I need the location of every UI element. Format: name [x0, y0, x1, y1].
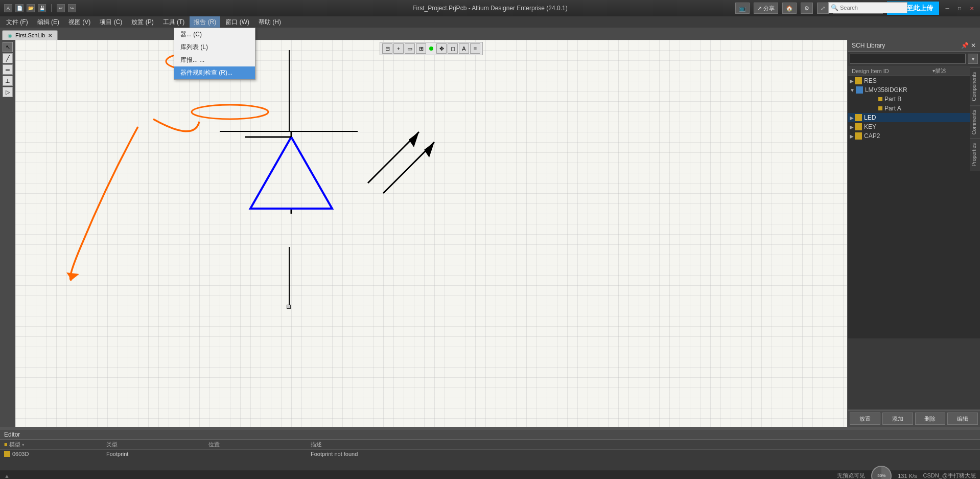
ft-erase[interactable]: ◻: [448, 43, 458, 54]
ft-move[interactable]: ✥: [436, 43, 447, 54]
menu-file[interactable]: 文件 (F): [2, 16, 32, 28]
lmv358-expand-icon: ▼: [850, 87, 855, 93]
side-tab-properties[interactable]: Properties: [970, 139, 980, 171]
svg-marker-8: [424, 142, 434, 157]
menu-edit[interactable]: 编辑 (E): [33, 16, 63, 28]
ft-filter[interactable]: ⊟: [382, 43, 392, 54]
tree-item-key[interactable]: ▶ KEY: [848, 122, 980, 131]
key-label: KEY: [864, 123, 876, 130]
toolbar-bus[interactable]: ═: [3, 64, 13, 75]
zoom-area: 50%: [871, 466, 892, 480]
status-visibility: 无预览可见: [837, 472, 865, 479]
toolbar-net[interactable]: ⊥: [3, 76, 13, 86]
svg-marker-6: [409, 132, 419, 147]
menu-tools[interactable]: 工具 (T): [159, 16, 189, 28]
menubar: 文件 (F) 编辑 (E) 视图 (V) 项目 (C) 放置 (P) 工具 (T…: [0, 16, 980, 28]
tree-item-lmv358[interactable]: ▼ LMV358IDGKR: [848, 85, 980, 95]
toolbar-select[interactable]: ↖: [3, 42, 13, 52]
settings-btn[interactable]: ⚙: [801, 3, 813, 14]
editor-col-model: ■ 模型 ▾: [4, 441, 106, 448]
side-tab-components[interactable]: Components: [970, 67, 980, 105]
right-side-tabs: Components Comments Properties: [970, 67, 980, 171]
monitor-btn[interactable]: 📺: [735, 3, 750, 14]
ft-add[interactable]: +: [393, 43, 404, 54]
zoom-circle[interactable]: 50%: [871, 466, 892, 480]
minimize-btn[interactable]: ─: [943, 4, 951, 12]
close-btn[interactable]: ✕: [968, 4, 976, 12]
window-title: First_Project.PrjPcb - Altium Designer E…: [412, 5, 567, 12]
menu-help[interactable]: 帮助 (H): [254, 16, 285, 28]
float-toolbar: ⊟ + ▭ ⊞ ✥ ◻ A ≡: [380, 42, 483, 55]
lmv358-comp-icon: [856, 86, 863, 94]
toolbar-wire[interactable]: ╱: [3, 53, 13, 63]
tree-item-res[interactable]: ▶ RES: [848, 76, 980, 85]
delete-btn[interactable]: 删除: [915, 413, 946, 425]
tree-item-parta[interactable]: Part A: [856, 104, 980, 113]
tabbar: ◉ First.SchLib ✕: [0, 28, 980, 40]
menu-report[interactable]: 报告 (R): [190, 16, 220, 28]
title-bar: A 📄 📂 💾 ↩ ↪ First_Project.PrjPcb - Altiu…: [0, 0, 980, 16]
sch-lib-header: SCH Library 📌 ✕: [848, 40, 980, 52]
led-comp-icon: [855, 114, 862, 121]
editor-col-desc: 描述: [311, 441, 976, 448]
cap2-expand-icon: ▶: [850, 133, 854, 139]
sch-lib-buttons: 放置 添加 删除 编辑: [848, 410, 980, 427]
ft-align[interactable]: ⊞: [416, 43, 426, 54]
new-file-icon[interactable]: 📄: [15, 4, 24, 12]
model-col-icon: ■: [4, 441, 8, 447]
dropdown-component-rule-check[interactable]: 器件规则检查 (R)...: [174, 66, 255, 79]
dropdown-item-1[interactable]: 器... (C): [174, 28, 255, 41]
status-right: 无预览可见 50% 131 K/s CSDN_@手打猪大屁: [837, 466, 976, 480]
edit-btn[interactable]: 编辑: [947, 413, 978, 425]
side-tab-comments[interactable]: Comments: [970, 105, 980, 139]
title-left: A 📄 📂 💾 ↩ ↪: [4, 4, 76, 12]
tab-close-btn[interactable]: ✕: [48, 33, 52, 38]
ft-edit[interactable]: ≡: [470, 43, 480, 54]
maximize-btn[interactable]: □: [955, 4, 964, 12]
cap2-comp-icon: [855, 132, 862, 140]
res-comp-icon: [855, 77, 862, 84]
canvas-area: ⊟ + ▭ ⊞ ✥ ◻ A ≡: [15, 40, 847, 427]
toolbar-port[interactable]: ▷: [3, 87, 13, 97]
menu-project[interactable]: 项目 (C): [96, 16, 126, 28]
status-user: CSDN_@手打猪大屁: [923, 472, 976, 479]
search-icon: 🔍: [831, 4, 838, 11]
tree-item-partb[interactable]: Part B: [856, 95, 980, 104]
model-icon: [4, 451, 10, 457]
save-icon[interactable]: 💾: [38, 4, 46, 12]
add-btn[interactable]: 添加: [882, 413, 913, 425]
menu-place[interactable]: 放置 (P): [127, 16, 157, 28]
ft-rect[interactable]: ▭: [405, 43, 415, 54]
sch-lib-tree-header: Design Item ID ▾ 描述: [848, 66, 980, 76]
sch-lib-more-btn[interactable]: ▾: [968, 54, 978, 64]
tree-item-led[interactable]: ▶ LED: [848, 113, 980, 122]
dropdown-library-list[interactable]: 库列表 (L): [174, 41, 255, 54]
undo-icon[interactable]: ↩: [57, 4, 65, 12]
sch-lib-search-input[interactable]: [850, 54, 966, 64]
tab-first-schlib[interactable]: ◉ First.SchLib ✕: [2, 30, 58, 40]
tree-item-cap2[interactable]: ▶ CAP2: [848, 131, 980, 141]
ft-text[interactable]: A: [459, 43, 469, 54]
search-input[interactable]: [840, 5, 901, 11]
open-icon[interactable]: 📂: [27, 4, 35, 12]
lmv358-label: LMV358IDGKR: [865, 86, 907, 94]
redo-icon[interactable]: ↪: [68, 4, 76, 12]
share-btn[interactable]: ↗ 分享: [754, 3, 778, 14]
schlib-icon: ◉: [8, 33, 12, 38]
expand-btn[interactable]: ⤢: [817, 3, 829, 14]
res-label: RES: [864, 77, 877, 84]
parta-label: Part A: [884, 105, 901, 112]
menu-view[interactable]: 视图 (V): [64, 16, 95, 28]
model-sort-icon: ▾: [22, 442, 25, 447]
place-btn[interactable]: 放置: [850, 413, 880, 425]
key-expand-icon: ▶: [850, 124, 854, 130]
sch-lib-close-icon[interactable]: ✕: [971, 42, 976, 49]
home-btn[interactable]: 🏠: [782, 3, 797, 14]
partb-icon: [878, 97, 882, 101]
menu-window[interactable]: 窗口 (W): [221, 16, 253, 28]
global-search-bar[interactable]: 🔍: [828, 2, 907, 13]
dropdown-item-3[interactable]: 库报... ...: [174, 54, 255, 66]
share-icon: ↗: [757, 5, 762, 12]
canvas-grid: [15, 40, 847, 427]
sch-lib-pin-icon[interactable]: 📌: [961, 42, 969, 49]
